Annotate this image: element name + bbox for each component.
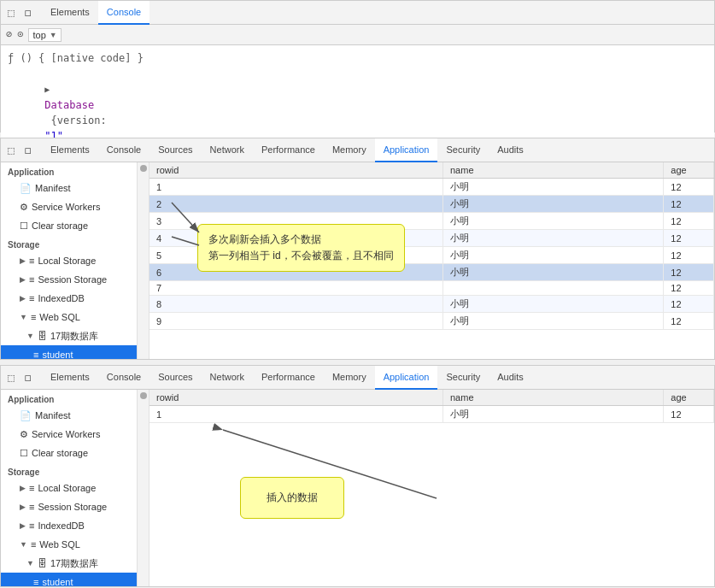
tab-application-3[interactable]: Application — [375, 366, 438, 390]
table-cell-name: 小明 — [443, 213, 664, 230]
sidebar-item-student-3[interactable]: ≡ student — [1, 573, 137, 586]
tab-elements-3[interactable]: Elements — [42, 366, 98, 390]
sidebar-item-student[interactable]: ≡ student — [1, 345, 137, 359]
table-cell-age: 12 — [664, 213, 714, 230]
sidebar-item-manifest[interactable]: 📄 Manifest — [1, 179, 137, 197]
expand-indexeddb-icon: ▶ — [20, 291, 26, 306]
manifest-icon-3: 📄 — [20, 408, 32, 423]
sidebar-item-clear-storage[interactable]: ☐ Clear storage — [1, 216, 137, 235]
tab-console-2[interactable]: Console — [98, 138, 149, 162]
sidebar-item-clear-storage-3[interactable]: ☐ Clear storage — [1, 444, 137, 462]
session-storage-icon: ≡ — [29, 272, 34, 287]
console-toolbar: ⊘ ⊙ top ▼ — [1, 25, 714, 45]
inspect-icon[interactable]: ◻ — [21, 6, 35, 20]
sidebar-item-indexeddb-3[interactable]: ▶ ≡ IndexedDB — [1, 516, 137, 535]
inspect-icon-3[interactable]: ◻ — [21, 371, 35, 385]
clear-console-icon[interactable]: ⊘ — [6, 28, 12, 41]
sidebar-item-db[interactable]: ▼ 🗄 17期数据库 — [1, 326, 137, 345]
sidebar-item-session-storage-3[interactable]: ▶ ≡ Session Storage — [1, 497, 137, 516]
cursor-icon[interactable]: ⬚ — [4, 6, 18, 20]
sidebar-item-websql[interactable]: ▼ ≡ Web SQL — [1, 308, 137, 326]
tab-security-2[interactable]: Security — [437, 138, 489, 162]
table-cell-age: 12 — [664, 196, 714, 213]
table-cell-rowid: 2 — [149, 196, 443, 213]
table-cell-name: 小明 — [443, 264, 664, 281]
expand-icon[interactable]: ▶ — [44, 85, 50, 94]
app-tab-bar-2: ⬚ ◻ Elements Console Sources Network Per… — [1, 138, 714, 162]
data-table-3: rowid name age 1小明12 — [149, 390, 714, 423]
sidebar-item-local-storage[interactable]: ▶ ≡ Local Storage — [1, 251, 137, 270]
context-selector[interactable]: top ▼ — [28, 28, 61, 42]
sidebar-item-db-3[interactable]: ▼ 🗄 17期数据库 — [1, 554, 137, 573]
inspect-icon-2[interactable]: ◻ — [21, 144, 35, 157]
scroll-indicator-2 — [140, 165, 147, 172]
table-cell-name — [443, 281, 664, 296]
section-label-storage: Storage — [1, 235, 137, 251]
sidebar-item-local-storage-3[interactable]: ▶ ≡ Local Storage — [1, 479, 137, 497]
table-cell-name: 小明 — [443, 179, 664, 196]
table-container-3: rowid name age 1小明12 — [149, 390, 714, 586]
table-cell-name: 小明 — [443, 247, 664, 264]
clear-storage-icon: ☐ — [20, 218, 28, 233]
tab-application-2[interactable]: Application — [375, 138, 438, 162]
db-icon-3: 🗄 — [38, 556, 47, 571]
sidebar-item-service-workers[interactable]: ⚙ Service Workers — [1, 197, 137, 216]
tab-console-3[interactable]: Console — [98, 366, 149, 390]
tab-security-3[interactable]: Security — [437, 366, 489, 390]
devtools-icons-3: ⬚ ◻ — [4, 371, 35, 385]
manifest-icon: 📄 — [20, 180, 32, 196]
session-storage-label: Session Storage — [38, 272, 107, 287]
devtools-icons-2: ⬚ ◻ — [4, 144, 35, 157]
expand-websql-icon: ▼ — [20, 309, 27, 325]
expand-indexeddb-icon-3: ▶ — [20, 518, 26, 533]
obj-key: Database — [44, 99, 94, 111]
tab-elements[interactable]: Elements — [42, 1, 98, 25]
tab-network-3[interactable]: Network — [202, 366, 253, 390]
devtools-icons: ⬚ ◻ — [4, 6, 35, 20]
tab-sources-3[interactable]: Sources — [149, 366, 201, 390]
section-label-application-3: Application — [1, 390, 137, 406]
tab-audits-2[interactable]: Audits — [489, 138, 532, 162]
tab-memory-2[interactable]: Memory — [324, 138, 375, 162]
sidebar-item-session-storage[interactable]: ▶ ≡ Session Storage — [1, 270, 137, 289]
sidebar-item-websql-3[interactable]: ▼ ≡ Web SQL — [1, 535, 137, 554]
table-cell-age: 12 — [664, 179, 714, 196]
db-icon: 🗄 — [38, 328, 47, 344]
tab-sources-2[interactable]: Sources — [149, 138, 201, 162]
session-storage-label-3: Session Storage — [38, 499, 107, 514]
tab-audits-3[interactable]: Audits — [489, 366, 532, 390]
table-cell-age: 12 — [664, 264, 714, 281]
websql-label-3: Web SQL — [39, 537, 80, 552]
tab-network-2[interactable]: Network — [202, 138, 253, 162]
tab-elements-2[interactable]: Elements — [42, 138, 98, 162]
indexeddb-label-3: IndexedDB — [38, 518, 84, 533]
sidebar-item-manifest-3[interactable]: 📄 Manifest — [1, 406, 137, 425]
student-label-3: student — [42, 574, 73, 586]
table-cell-rowid: 1 — [149, 179, 443, 196]
sidebar-item-service-workers-3[interactable]: ⚙ Service Workers — [1, 425, 137, 444]
cursor-icon-3[interactable]: ⬚ — [4, 371, 18, 385]
sidebar-2: Application 📄 Manifest ⚙ Service Workers… — [1, 162, 138, 359]
table-cell-rowid-3: 1 — [149, 406, 443, 423]
websql-label: Web SQL — [39, 309, 80, 325]
table-cell-name: 小明 — [443, 196, 664, 213]
clear-storage-icon-3: ☐ — [20, 445, 28, 461]
col-header-age-3: age — [664, 390, 714, 406]
tab-console[interactable]: Console — [98, 1, 149, 25]
tab-performance-2[interactable]: Performance — [253, 138, 324, 162]
websql-icon: ≡ — [31, 309, 36, 325]
expand-session-storage-icon: ▶ — [20, 272, 26, 287]
websql-icon-3: ≡ — [31, 537, 36, 552]
tab-memory-3[interactable]: Memory — [324, 366, 375, 390]
scroll-indicator-3 — [140, 392, 147, 399]
filter-icon[interactable]: ⊙ — [17, 28, 23, 41]
local-storage-icon-3: ≡ — [29, 480, 34, 496]
cursor-icon-2[interactable]: ⬚ — [4, 144, 18, 157]
tab-performance-3[interactable]: Performance — [253, 366, 324, 390]
col-header-rowid-2: rowid — [149, 162, 443, 179]
sidebar-item-indexeddb[interactable]: ▶ ≡ IndexedDB — [1, 289, 137, 308]
expand-db-icon-3: ▼ — [26, 556, 34, 571]
indexeddb-label: IndexedDB — [38, 291, 84, 306]
table-cell-name: 小明 — [443, 296, 664, 313]
student-label: student — [42, 347, 73, 359]
